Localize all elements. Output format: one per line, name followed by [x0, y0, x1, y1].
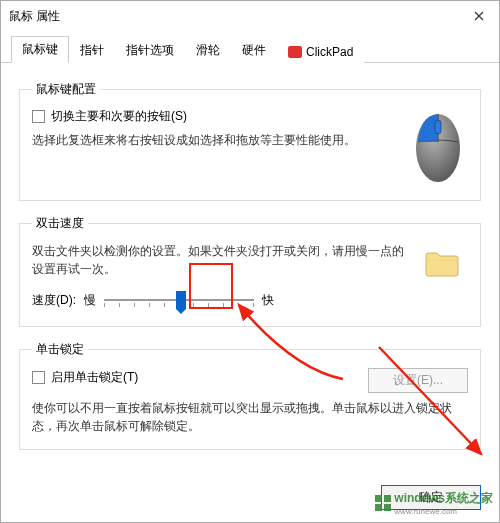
- speed-label: 速度(D):: [32, 292, 76, 309]
- tab-buttons[interactable]: 鼠标键: [11, 36, 69, 63]
- click-lock-checkbox[interactable]: 启用单击锁定(T): [32, 368, 368, 387]
- click-lock-desc: 使你可以不用一直按着鼠标按钮就可以突出显示或拖拽。单击鼠标以进入锁定状态，再次单…: [32, 399, 468, 435]
- swap-buttons-label: 切换主要和次要的按钮(S): [51, 108, 187, 125]
- group-speed-legend: 双击速度: [32, 215, 88, 232]
- clickpad-icon: [288, 46, 302, 58]
- tab-clickpad[interactable]: ClickPad: [277, 40, 364, 63]
- group-click-lock: 单击锁定 启用单击锁定(T) 设置(E)... 使你可以不用一直按着鼠标按钮就可…: [19, 341, 481, 450]
- mouse-icon: [412, 108, 464, 186]
- click-lock-label: 启用单击锁定(T): [51, 369, 138, 386]
- svg-rect-1: [435, 120, 441, 134]
- checkbox-icon: [32, 110, 45, 123]
- watermark-text: windows系统之家: [394, 490, 493, 507]
- swap-buttons-desc: 选择此复选框来将右按钮设成如选择和拖放等主要性能使用。: [32, 131, 398, 149]
- mouse-properties-dialog: 鼠标 属性 鼠标键 指针 指针选项 滑轮 硬件 ClickPad 鼠标键配置 切…: [0, 0, 500, 523]
- checkbox-icon: [32, 371, 45, 384]
- tab-strip: 鼠标键 指针 指针选项 滑轮 硬件 ClickPad: [1, 31, 499, 63]
- svg-rect-5: [384, 504, 391, 511]
- svg-rect-3: [384, 495, 391, 502]
- tab-pointers[interactable]: 指针: [69, 37, 115, 63]
- tab-wheel[interactable]: 滑轮: [185, 37, 231, 63]
- slider-thumb-icon: [176, 291, 186, 309]
- speed-desc: 双击文件夹以检测你的设置。如果文件夹没打开或关闭，请用慢一点的设置再试一次。: [32, 242, 410, 278]
- swap-buttons-checkbox[interactable]: 切换主要和次要的按钮(S): [32, 108, 398, 125]
- group-double-click-speed: 双击速度 双击文件夹以检测你的设置。如果文件夹没打开或关闭，请用慢一点的设置再试…: [19, 215, 481, 327]
- watermark: windows系统之家 www.ruhewe.com: [374, 490, 493, 516]
- group-button-config: 鼠标键配置 切换主要和次要的按钮(S) 选择此复选框来将右按钮设成如选择和拖放等…: [19, 81, 481, 201]
- tab-panel-buttons: 鼠标键配置 切换主要和次要的按钮(S) 选择此复选框来将右按钮设成如选择和拖放等…: [1, 63, 499, 474]
- watermark-url: www.ruhewe.com: [394, 507, 493, 516]
- window-title: 鼠标 属性: [9, 8, 60, 25]
- titlebar: 鼠标 属性: [1, 1, 499, 31]
- watermark-logo-icon: [374, 494, 392, 512]
- svg-rect-4: [375, 504, 382, 511]
- speed-fast-label: 快: [262, 292, 274, 309]
- group-lock-legend: 单击锁定: [32, 341, 88, 358]
- speed-slow-label: 慢: [84, 292, 96, 309]
- close-icon: [474, 11, 484, 21]
- click-lock-settings-button: 设置(E)...: [368, 368, 468, 393]
- double-click-speed-slider[interactable]: [104, 288, 254, 312]
- tab-pointer-options[interactable]: 指针选项: [115, 37, 185, 63]
- svg-rect-2: [375, 495, 382, 502]
- group-button-config-legend: 鼠标键配置: [32, 81, 100, 98]
- close-button[interactable]: [459, 1, 499, 31]
- tab-hardware[interactable]: 硬件: [231, 37, 277, 63]
- test-folder-icon[interactable]: [424, 248, 460, 278]
